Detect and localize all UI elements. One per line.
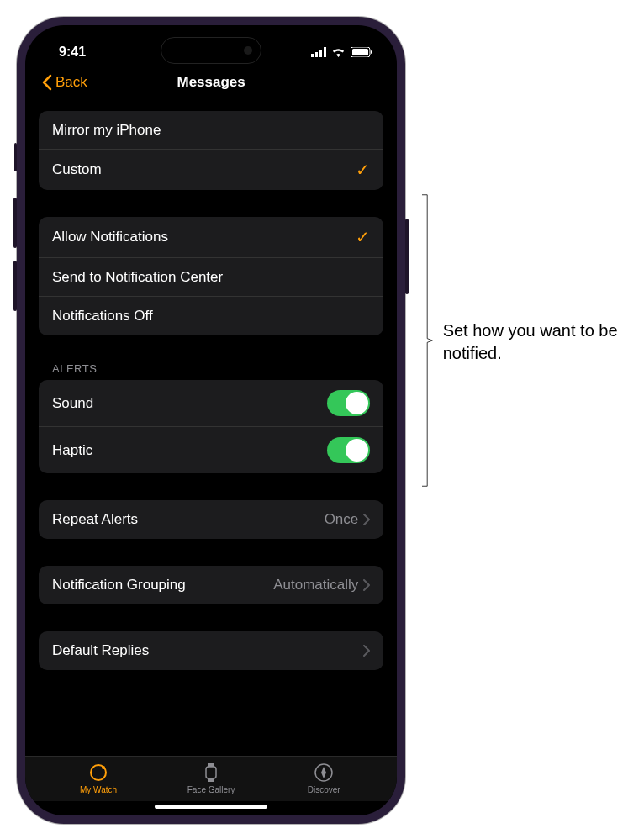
bracket-icon: [422, 151, 432, 530]
watch-icon: [87, 762, 109, 784]
check-icon: ✓: [356, 227, 370, 247]
grouping-label: Notification Grouping: [52, 577, 186, 594]
watch-face-icon: [202, 762, 220, 784]
side-button: [405, 219, 409, 294]
group-replies: Default Replies: [39, 631, 383, 670]
row-notifications-off[interactable]: Notifications Off: [39, 297, 383, 335]
svg-point-8: [102, 766, 105, 769]
row-send-to-center[interactable]: Send to Notification Center: [39, 258, 383, 297]
volume-down-button: [13, 261, 17, 311]
tab-watch-label: My Watch: [80, 785, 117, 794]
svg-rect-1: [315, 52, 318, 57]
nav-title: Messages: [177, 74, 245, 91]
compass-icon: [313, 762, 335, 784]
back-label: Back: [55, 74, 87, 91]
dynamic-island: [161, 37, 261, 64]
tab-my-watch[interactable]: My Watch: [61, 762, 136, 794]
group-notify-mode: Allow Notifications ✓ Send to Notificati…: [39, 217, 383, 335]
row-repeat-alerts[interactable]: Repeat Alerts Once: [39, 500, 383, 539]
group-mode: Mirror my iPhone Custom ✓: [39, 111, 383, 190]
svg-rect-9: [206, 767, 216, 778]
replies-label: Default Replies: [52, 642, 149, 659]
mirror-label: Mirror my iPhone: [52, 122, 161, 139]
check-icon: ✓: [356, 160, 370, 180]
haptic-toggle[interactable]: [327, 437, 370, 463]
send-to-label: Send to Notification Center: [52, 269, 223, 286]
volume-up-button: [13, 198, 17, 248]
phone-frame: 9:41 Back Messa: [17, 17, 405, 824]
row-sound: Sound: [39, 380, 383, 427]
allow-label: Allow Notifications: [52, 229, 168, 245]
svg-rect-3: [324, 47, 326, 57]
screen: 9:41 Back Messa: [25, 25, 397, 815]
annotation-text: Set how you want to be notified.: [443, 319, 627, 365]
custom-label: Custom: [52, 161, 102, 178]
sound-toggle[interactable]: [327, 390, 370, 416]
group-alerts: Sound Haptic: [39, 380, 383, 473]
row-custom[interactable]: Custom ✓: [39, 150, 383, 190]
battery-icon: [351, 47, 373, 57]
repeat-label: Repeat Alerts: [52, 511, 138, 528]
back-button[interactable]: Back: [42, 74, 87, 91]
svg-rect-2: [319, 50, 322, 57]
wifi-icon: [331, 47, 346, 57]
row-haptic: Haptic: [39, 427, 383, 473]
chevron-left-icon: [42, 74, 52, 91]
annotation-callout: Set how you want to be notified.: [422, 151, 627, 530]
status-time: 9:41: [59, 45, 86, 60]
tab-discover[interactable]: Discover: [286, 762, 362, 794]
svg-rect-5: [352, 49, 368, 55]
row-mirror-iphone[interactable]: Mirror my iPhone: [39, 111, 383, 150]
alerts-header: ALERTS: [39, 362, 383, 380]
chevron-right-icon: [363, 579, 370, 591]
cellular-icon: [311, 47, 326, 57]
row-default-replies[interactable]: Default Replies: [39, 631, 383, 670]
nav-bar: Back Messages: [25, 66, 397, 103]
chevron-right-icon: [363, 514, 370, 525]
svg-rect-6: [371, 50, 372, 54]
svg-rect-10: [208, 763, 214, 767]
content[interactable]: Mirror my iPhone Custom ✓ Allow Notifica…: [25, 103, 397, 756]
repeat-value: Once: [325, 511, 359, 528]
tab-bar: My Watch Face Gallery Discover: [25, 756, 397, 801]
row-allow-notifications[interactable]: Allow Notifications ✓: [39, 217, 383, 258]
row-notification-grouping[interactable]: Notification Grouping Automatically: [39, 566, 383, 604]
tab-face-gallery[interactable]: Face Gallery: [173, 762, 249, 794]
svg-rect-0: [311, 54, 314, 57]
off-label: Notifications Off: [52, 308, 153, 325]
tab-discover-label: Discover: [308, 785, 340, 794]
svg-rect-11: [208, 778, 214, 782]
grouping-value: Automatically: [273, 577, 358, 594]
chevron-right-icon: [363, 645, 370, 657]
haptic-label: Haptic: [52, 442, 92, 459]
tab-gallery-label: Face Gallery: [187, 785, 235, 794]
group-grouping: Notification Grouping Automatically: [39, 566, 383, 604]
group-repeat: Repeat Alerts Once: [39, 500, 383, 539]
home-indicator[interactable]: [155, 805, 267, 809]
ring-switch: [14, 143, 17, 171]
sound-label: Sound: [52, 395, 93, 412]
